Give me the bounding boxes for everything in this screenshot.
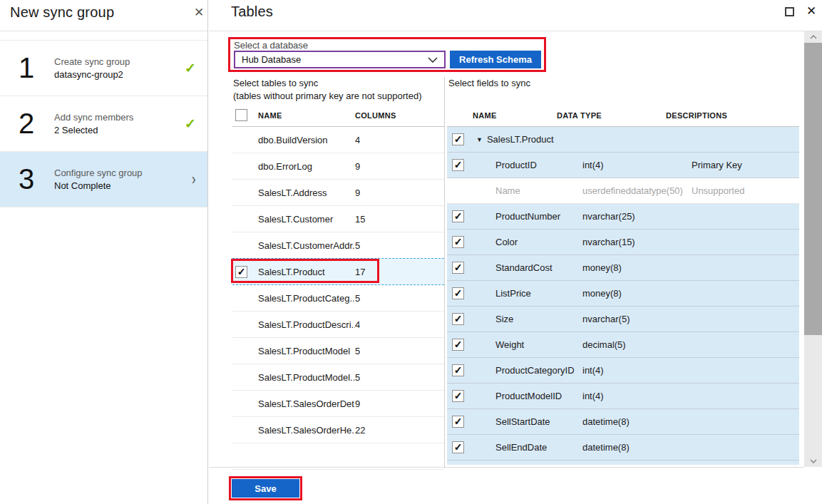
table-row[interactable]: SalesLT.SalesOrderHe...22: [232, 417, 444, 443]
vertical-scrollbar[interactable]: [804, 31, 822, 467]
field-group-row[interactable]: ✓▼SalesLT.Product: [447, 127, 799, 153]
field-row[interactable]: ✓SellStartDatedatetime(8): [447, 409, 799, 435]
table-row[interactable]: SalesLT.SalesOrderDet...9: [232, 391, 444, 417]
step-configure-sync-group[interactable]: 3 Configure sync group Not Complete ›: [0, 152, 207, 207]
table-columns-cell: 15: [355, 214, 365, 225]
row-checkbox[interactable]: ✓: [452, 262, 464, 274]
table-columns-cell: 5: [355, 240, 360, 251]
checkbox-slot: ✓: [447, 262, 473, 274]
field-name-cell: SellEndDate: [473, 442, 582, 453]
row-checkbox[interactable]: ✓: [452, 364, 464, 376]
checkbox-slot: ✓: [447, 159, 473, 171]
table-name-cell: SalesLT.ProductModel...: [258, 372, 355, 383]
restore-icon[interactable]: [785, 7, 794, 16]
field-row[interactable]: ✓ListPricemoney(8): [447, 281, 799, 307]
table-columns-cell: 4: [355, 319, 360, 330]
step-add-sync-members[interactable]: 2 Add sync members 2 Selected ✓: [0, 96, 207, 152]
field-row[interactable]: ✓Colornvarchar(15): [447, 230, 799, 255]
panel-title: Tables: [231, 4, 273, 20]
row-checkbox[interactable]: ✓: [452, 133, 464, 145]
row-checkbox[interactable]: ✓: [452, 339, 464, 351]
refresh-schema-button[interactable]: Refresh Schema: [450, 51, 541, 68]
table-name-cell: SalesLT.ProductDescri...: [258, 319, 355, 330]
check-icon: ✓: [185, 115, 196, 132]
table-name-cell: dbo.ErrorLog: [258, 161, 355, 172]
field-row[interactable]: ✓ProductNumbernvarchar(25): [447, 204, 799, 230]
tables-panel: Tables ✕ Select a database Hub Database …: [209, 0, 822, 504]
table-columns-cell: 9: [355, 161, 360, 172]
field-name-cell: Name: [473, 185, 582, 196]
table-name-cell: SalesLT.ProductCateg...: [258, 293, 355, 304]
scrollbar-thumb[interactable]: [804, 43, 822, 335]
divider: [209, 467, 804, 468]
checkbox-slot: ✓: [447, 287, 473, 299]
row-checkbox[interactable]: ✓: [452, 416, 464, 428]
field-row[interactable]: ✓StandardCostmoney(8): [447, 255, 799, 281]
page-title: New sync group: [10, 4, 114, 21]
step-create-sync-group[interactable]: 1 Create sync group datasync-group2 ✓: [0, 41, 207, 96]
table-row[interactable]: SalesLT.Customer15: [232, 206, 444, 232]
row-checkbox[interactable]: ✓: [452, 390, 464, 402]
table-row[interactable]: SalesLT.CustomerAddr...5: [232, 232, 444, 259]
field-type-cell: decimal(5): [582, 339, 692, 350]
checkbox-slot: ✓: [447, 416, 473, 428]
table-row[interactable]: SalesLT.ProductCateg...5: [232, 285, 444, 312]
table-row[interactable]: SalesLT.ProductModel...5: [232, 364, 444, 391]
collapse-caret-icon[interactable]: ▼: [476, 136, 483, 143]
tables-list-header: NAME COLUMNS: [232, 104, 444, 127]
table-row[interactable]: SalesLT.ProductDescri...4: [232, 312, 444, 338]
field-row[interactable]: ✓ProductModelIDint(4): [447, 384, 799, 409]
scroll-up-icon[interactable]: [804, 31, 822, 43]
database-dropdown-value: Hub Database: [242, 54, 301, 65]
field-name-cell: ProductCategoryID: [473, 365, 582, 376]
row-checkbox[interactable]: ✓: [452, 287, 464, 299]
table-columns-cell: 22: [355, 425, 365, 436]
field-type-cell: nvarchar(5): [582, 314, 692, 324]
column-header-descriptions: DESCRIPTIONS: [666, 111, 799, 120]
table-row[interactable]: SalesLT.ProductModel5: [232, 338, 444, 364]
field-row[interactable]: ✓SellEndDatedatetime(8): [447, 435, 799, 461]
field-name-cell: SellStartDate: [473, 416, 582, 427]
row-checkbox[interactable]: ✓: [452, 236, 464, 248]
field-row[interactable]: ✓ProductIDint(4)Primary Key: [447, 153, 799, 178]
step-label: Configure sync group: [54, 167, 191, 180]
field-type-cell: money(8): [582, 288, 692, 299]
close-icon[interactable]: ✕: [194, 6, 204, 19]
row-checkbox[interactable]: ✓: [452, 210, 464, 222]
field-row[interactable]: ✓Sizenvarchar(5): [447, 307, 799, 332]
close-icon[interactable]: ✕: [806, 5, 816, 17]
table-row-empty: [232, 443, 444, 470]
step-label: Add sync members: [54, 111, 185, 124]
checkbox-slot: ✓: [447, 236, 473, 248]
chevron-down-icon: [428, 57, 438, 63]
table-name-cell: SalesLT.Product: [258, 267, 355, 277]
field-row-partial: [447, 461, 799, 465]
table-row[interactable]: dbo.ErrorLog9: [232, 153, 444, 180]
scroll-down-icon[interactable]: [804, 456, 822, 467]
database-dropdown[interactable]: Hub Database: [234, 51, 446, 68]
field-group-name-cell: ▼SalesLT.Product: [473, 134, 582, 145]
field-name-cell: Weight: [473, 339, 582, 350]
fields-list: NAME DATA TYPE DESCRIPTIONS ✓▼SalesLT.Pr…: [447, 104, 799, 465]
select-all-checkbox[interactable]: [235, 109, 247, 121]
table-row[interactable]: ✓SalesLT.Product17: [232, 258, 444, 285]
table-name-cell: SalesLT.SalesOrderHe...: [258, 425, 355, 436]
table-row[interactable]: dbo.BuildVersion4: [232, 127, 444, 153]
field-row[interactable]: ✓Weightdecimal(5): [447, 332, 799, 358]
row-checkbox[interactable]: ✓: [452, 313, 464, 325]
row-checkbox[interactable]: ✓: [452, 441, 464, 453]
divider: [209, 31, 822, 31]
field-row[interactable]: Nameuserdefineddatatype(50)Unsupported: [447, 178, 799, 204]
new-sync-group-panel: New sync group ✕ 1 Create sync group dat…: [0, 0, 208, 504]
row-checkbox[interactable]: ✓: [235, 266, 247, 278]
table-name-cell: SalesLT.SalesOrderDet...: [258, 398, 355, 409]
row-checkbox[interactable]: ✓: [452, 159, 464, 171]
save-button[interactable]: Save: [232, 479, 299, 498]
wizard-steps: 1 Create sync group datasync-group2 ✓ 2 …: [0, 40, 207, 207]
step-number: 1: [19, 52, 43, 84]
field-type-cell: money(8): [582, 262, 692, 273]
table-row[interactable]: SalesLT.Address9: [232, 180, 444, 206]
field-row[interactable]: ✓ProductCategoryIDint(4): [447, 358, 799, 384]
column-header-name: NAME: [258, 111, 355, 120]
column-header-name: NAME: [447, 111, 557, 120]
